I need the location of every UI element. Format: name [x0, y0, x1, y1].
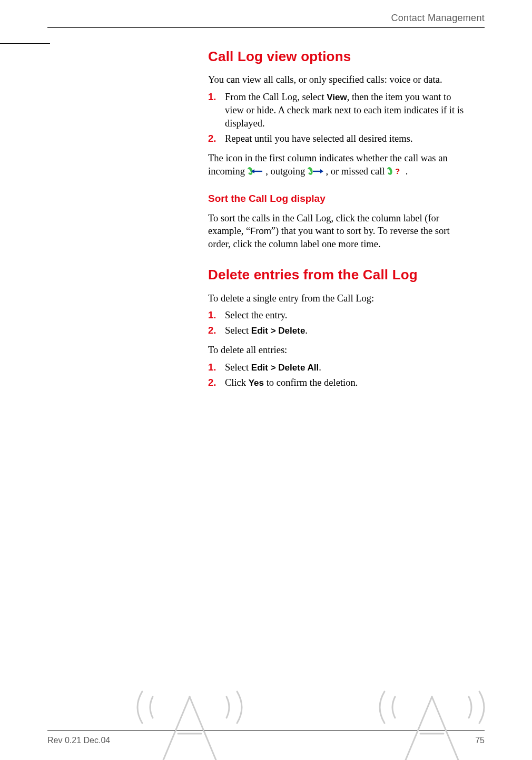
heading-sort-call-log: Sort the Call Log display: [208, 192, 471, 206]
step-number: 2.: [208, 132, 225, 145]
text-run: Select: [225, 325, 251, 336]
paragraph: To delete all entries:: [208, 344, 471, 357]
footer-page-number: 75: [475, 736, 485, 745]
text-run: .: [305, 325, 308, 336]
step-body: Click Yes to confirm the deletion.: [225, 376, 471, 389]
document-page: Contact Management Call Log view options…: [0, 0, 532, 760]
text-run: Click: [225, 377, 249, 388]
paragraph: To sort the calls in the Call Log, click…: [208, 212, 471, 251]
svg-line-6: [190, 697, 216, 760]
footer-revision: Rev 0.21 Dec.04: [47, 736, 110, 745]
text-run: From the Call Log, select: [225, 92, 327, 102]
ui-label-from: From: [250, 226, 271, 236]
step-number: 2.: [208, 376, 225, 389]
text-run: , outgoing: [265, 166, 308, 177]
watermark-antenna-icon: [363, 686, 500, 760]
step-body: Select Edit > Delete.: [225, 324, 471, 337]
step-body: Repeat until you have selected all desir…: [225, 132, 471, 145]
heading-call-log-view-options: Call Log view options: [208, 47, 471, 66]
text-run: , or missed call: [326, 166, 387, 177]
step: 1. Select Edit > Delete All.: [208, 361, 471, 374]
watermark-antenna-icon: [121, 686, 258, 760]
step-body: Select Edit > Delete All.: [225, 361, 471, 374]
content-column: Call Log view options You can view all c…: [208, 38, 471, 392]
ui-menu-edit-delete-all: Edit > Delete All: [251, 363, 319, 373]
svg-line-9: [432, 697, 458, 760]
step: 1. Select the entry.: [208, 309, 471, 322]
ui-button-yes: Yes: [249, 378, 264, 388]
text-run: .: [406, 166, 408, 177]
svg-marker-3: [320, 169, 323, 173]
running-header: Contact Management: [391, 13, 485, 24]
step-number: 2.: [208, 324, 225, 337]
step-body: From the Call Log, select View, then the…: [225, 91, 471, 130]
svg-line-5: [163, 697, 190, 760]
incoming-call-icon: [248, 167, 263, 176]
heading-delete-entries: Delete entries from the Call Log: [208, 266, 471, 284]
svg-text:?: ?: [395, 167, 400, 176]
svg-line-8: [406, 697, 432, 760]
step-number: 1.: [208, 91, 225, 130]
step: 1. From the Call Log, select View, then …: [208, 91, 471, 130]
header-rule: [47, 27, 485, 28]
paragraph: The icon in the first column indicates w…: [208, 152, 471, 178]
step-number: 1.: [208, 361, 225, 374]
ui-label-view: View: [327, 92, 347, 102]
step: 2. Repeat until you have selected all de…: [208, 132, 471, 145]
step: 2. Click Yes to confirm the deletion.: [208, 376, 471, 389]
ui-menu-edit-delete: Edit > Delete: [251, 326, 306, 336]
paragraph: To delete a single entry from the Call L…: [208, 292, 471, 305]
step: 2. Select Edit > Delete.: [208, 324, 471, 337]
text-run: .: [319, 362, 321, 373]
text-run: to confirm the deletion.: [264, 377, 358, 388]
paragraph: You can view all calls, or only specifie…: [208, 73, 471, 86]
missed-call-icon: ?: [387, 167, 403, 176]
step-body: Select the entry.: [225, 309, 471, 322]
outgoing-call-icon: [308, 167, 323, 176]
footer-rule: [47, 730, 485, 730]
step-number: 1.: [208, 309, 225, 322]
margin-tick: [0, 43, 50, 44]
text-run: Select: [225, 362, 251, 373]
